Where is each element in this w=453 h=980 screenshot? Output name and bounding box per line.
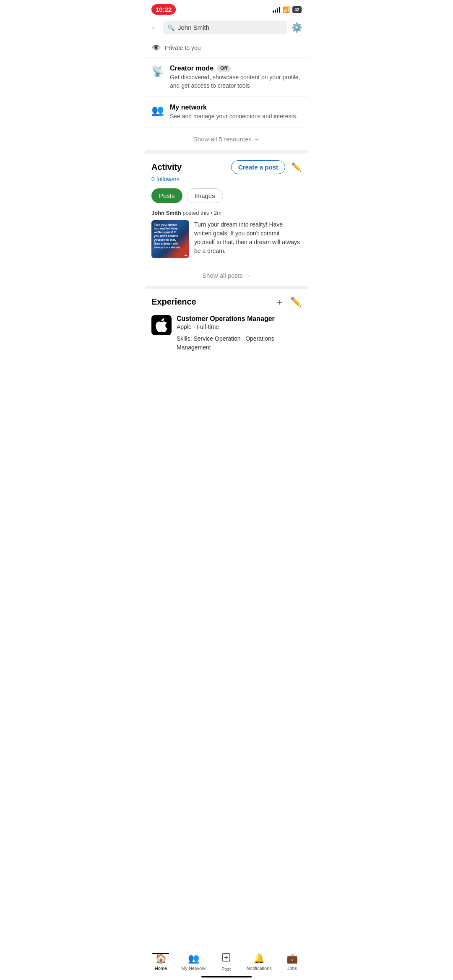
search-bar: ← 🔍 John Smith ⚙️ — [145, 17, 308, 38]
signal-icon — [273, 7, 280, 13]
tab-images[interactable]: Images — [187, 188, 223, 203]
creator-mode-item[interactable]: 📡 Creator mode Off Get discovered, showc… — [145, 58, 308, 97]
add-experience-icon[interactable]: ＋ — [275, 296, 284, 308]
job-skills: Skills: Service Operation · Operations M… — [177, 334, 302, 352]
creator-mode-badge: Off — [217, 65, 231, 72]
edit-activity-icon[interactable]: ✏️ — [291, 162, 302, 172]
private-label: Private to you — [165, 44, 201, 51]
thumbnail-logo: ■■ — [185, 254, 187, 256]
activity-section: Activity Create a post ✏️ 0 followers Po… — [145, 154, 308, 289]
wifi-icon: 📶 — [283, 6, 290, 13]
experience-details: Customer Operations Manager Apple · Full… — [177, 315, 302, 352]
post-meta: John Smith posted this • 2m — [151, 210, 302, 216]
post-action: posted this — [182, 210, 209, 216]
post-time: 2m — [214, 210, 221, 216]
experience-title: Experience — [151, 297, 196, 307]
activity-title: Activity — [151, 162, 182, 172]
search-input-wrap[interactable]: 🔍 John Smith — [163, 21, 287, 34]
tab-posts[interactable]: Posts — [151, 188, 182, 203]
followers-count[interactable]: 0 followers — [151, 176, 302, 182]
post-separator: • — [211, 210, 214, 216]
post-author: John Smith — [151, 210, 181, 216]
job-title: Customer Operations Manager — [177, 315, 302, 323]
show-all-posts-button[interactable]: Show all posts → — [151, 265, 302, 286]
experience-item[interactable]: Customer Operations Manager Apple · Full… — [151, 315, 302, 352]
creator-mode-content: Creator mode Off Get discovered, showcas… — [170, 65, 302, 90]
search-query: John Smith — [178, 24, 209, 31]
show-all-resources-button[interactable]: Show all 5 resources → — [145, 128, 308, 154]
my-network-description: See and manage your connections and inte… — [170, 112, 297, 121]
my-network-title: My network — [170, 104, 297, 111]
create-post-button[interactable]: Create a post — [231, 160, 285, 174]
back-button[interactable]: ← — [151, 23, 159, 32]
post-content: Turn your dreaminto reality! Havewritten… — [151, 220, 302, 258]
eye-icon: 👁️ — [151, 43, 161, 52]
experience-icons: ＋ ✏️ — [275, 296, 302, 308]
status-icons: 📶 42 — [273, 6, 302, 13]
status-time: 10:22 — [151, 4, 176, 15]
company-logo — [151, 315, 172, 335]
bottom-padding — [145, 359, 308, 392]
creator-mode-icon: 📡 — [151, 65, 164, 77]
post-text-body: Turn your dream into reality! Have writt… — [194, 220, 302, 258]
private-to-you-row: 👁️ Private to you — [145, 38, 308, 58]
battery-indicator: 42 — [292, 6, 302, 13]
activity-header: Activity Create a post ✏️ — [151, 160, 302, 174]
post-thumbnail: Turn your dreaminto reality! Havewritten… — [151, 220, 189, 258]
search-icon: 🔍 — [167, 24, 174, 31]
settings-button[interactable]: ⚙️ — [291, 22, 302, 33]
status-bar: 10:22 📶 42 — [145, 0, 308, 17]
experience-section: Experience ＋ ✏️ Customer Operations Mana… — [145, 289, 308, 359]
experience-header: Experience ＋ ✏️ — [151, 296, 302, 308]
thumbnail-text: Turn your dreaminto reality! Havewritten… — [154, 223, 181, 250]
content-area: 👁️ Private to you 📡 Creator mode Off Get… — [145, 38, 308, 392]
my-network-icon: 👥 — [151, 104, 164, 116]
activity-header-right: Create a post ✏️ — [231, 160, 302, 174]
creator-mode-description: Get discovered, showcase content on your… — [170, 73, 302, 90]
activity-tabs: Posts Images — [151, 188, 302, 203]
company-name: Apple · Full-time — [177, 323, 302, 330]
my-network-item[interactable]: 👥 My network See and manage your connect… — [145, 97, 308, 128]
creator-mode-title: Creator mode Off — [170, 65, 302, 72]
edit-experience-icon[interactable]: ✏️ — [290, 297, 302, 308]
my-network-content: My network See and manage your connectio… — [170, 104, 297, 121]
